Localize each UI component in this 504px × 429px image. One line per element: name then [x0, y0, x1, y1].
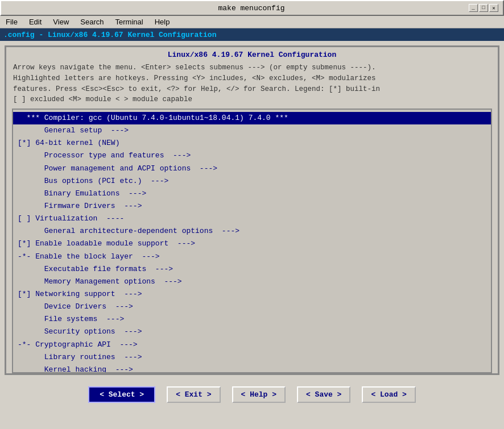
window-title: make menuconfig [218, 4, 284, 13]
menu-entry[interactable]: [*] Networking support ---> [13, 288, 491, 301]
menu-bar: FileEditViewSearchTerminalHelp [0, 16, 504, 28]
menu-entry[interactable]: File systems ---> [13, 313, 491, 326]
close-button[interactable]: ✕ [489, 4, 498, 12]
menu-list[interactable]: *** Compiler: gcc (Ubuntu 7.4.0-1ubuntu1… [12, 109, 492, 373]
terminal-help: Arrow keys navigate the menu. <Enter> se… [6, 60, 498, 109]
menu-entry[interactable]: Security options ---> [13, 326, 491, 338]
menu-item-search[interactable]: Search [77, 16, 107, 27]
menu-entry[interactable]: General architecture-dependent options -… [13, 225, 491, 238]
bottom-btn-1[interactable]: < Exit > [167, 386, 220, 403]
menu-item-help[interactable]: Help [151, 16, 173, 27]
menu-item-terminal[interactable]: Terminal [112, 16, 147, 27]
menu-item-view[interactable]: View [49, 16, 72, 27]
terminal-header: Linux/x86 4.19.67 Kernel Configuration [6, 47, 498, 60]
help-line: Highlighted letters are hotkeys. Pressin… [13, 73, 491, 84]
menu-entry[interactable]: Executable file formats ---> [13, 263, 491, 276]
breadcrumb: .config - Linux/x86 4.19.67 Kernel Confi… [3, 31, 216, 39]
menu-entry[interactable]: Processor type and features ---> [13, 149, 491, 162]
menu-entry[interactable]: -*- Enable the block layer ---> [13, 251, 491, 263]
menu-entry[interactable]: Memory Management options ---> [13, 276, 491, 288]
menu-entry[interactable]: [*] 64-bit kernel (NEW) [13, 137, 491, 149]
menu-entry[interactable]: General setup ---> [13, 124, 491, 137]
bottom-btn-4[interactable]: < Load > [362, 386, 415, 403]
maximize-button[interactable]: □ [479, 4, 488, 12]
menu-entry[interactable]: Binary Emulations ---> [13, 188, 491, 200]
bottom-btn-2[interactable]: < Help > [232, 386, 286, 403]
terminal-area: Linux/x86 4.19.67 Kernel Configuration A… [5, 45, 499, 375]
button-bar: < Select >< Exit >< Help >< Save >< Load… [0, 380, 504, 409]
menu-entry[interactable]: *** Compiler: gcc (Ubuntu 7.4.0-1ubuntu1… [13, 112, 491, 124]
menu-item-edit[interactable]: Edit [26, 16, 45, 27]
menu-entry[interactable]: Library routines ---> [13, 351, 491, 364]
menu-entry[interactable]: Device Drivers ---> [13, 301, 491, 313]
titlebar: make menuconfig _ □ ✕ [0, 0, 504, 16]
menu-entry[interactable]: Power management and ACPI options ---> [13, 163, 491, 175]
menu-entry[interactable]: [*] Enable loadable module support ---> [13, 238, 491, 250]
help-line: features. Press <Esc><Esc> to exit, <?> … [13, 84, 491, 95]
menu-entry[interactable]: Bus options (PCI etc.) ---> [13, 175, 491, 188]
help-line: Arrow keys navigate the menu. <Enter> se… [13, 63, 491, 73]
menu-entry[interactable]: [ ] Virtualization ---- [13, 213, 491, 225]
status-bar: .config - Linux/x86 4.19.67 Kernel Confi… [0, 28, 504, 41]
menu-entry[interactable]: -*- Cryptographic API ---> [13, 339, 491, 351]
minimize-button[interactable]: _ [469, 4, 478, 12]
bottom-btn-3[interactable]: < Save > [297, 386, 350, 403]
help-line: [ ] excluded <M> module < > module capab… [13, 94, 491, 105]
menu-item-file[interactable]: File [2, 16, 21, 27]
menu-entry[interactable]: Kernel hacking ---> [13, 364, 491, 373]
bottom-btn-0[interactable]: < Select > [88, 386, 155, 403]
window-controls: _ □ ✕ [469, 4, 498, 12]
menu-entry[interactable]: Firmware Drivers ---> [13, 200, 491, 213]
